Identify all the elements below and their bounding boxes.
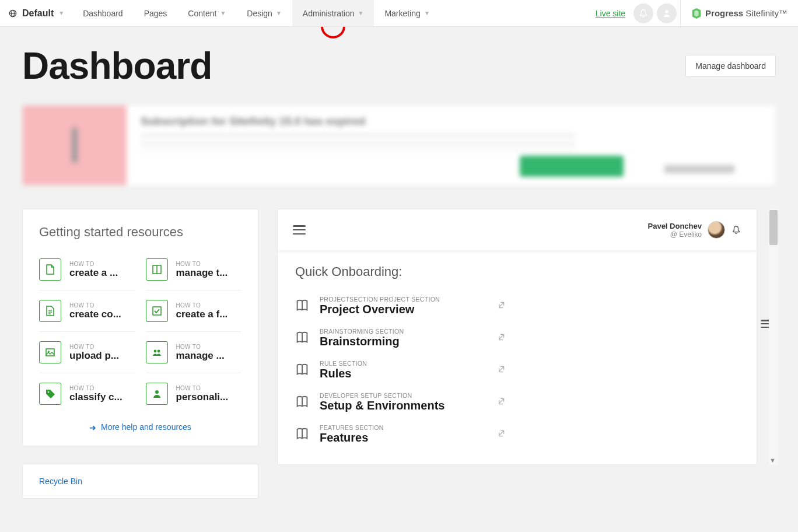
nav-design[interactable]: Design▼ — [236, 0, 292, 26]
resource-name: upload p... — [69, 350, 119, 362]
howto-label: HOW TO — [176, 261, 228, 267]
brand-text: Progress Sitefinity™ — [705, 8, 788, 18]
howto-label: HOW TO — [69, 261, 118, 267]
book-icon — [295, 298, 309, 314]
howto-label: HOW TO — [176, 302, 228, 309]
check-icon — [146, 300, 168, 322]
book-icon — [295, 394, 309, 411]
nav-pages[interactable]: Pages — [134, 0, 178, 26]
onboarding-item[interactable]: FEATURES SECTIONFeatures — [295, 418, 505, 450]
external-link-icon[interactable] — [497, 333, 505, 344]
page-title: Dashboard — [22, 44, 212, 88]
user-menu-button[interactable] — [657, 4, 677, 23]
site-label: Default — [22, 8, 54, 19]
ob-section-label: FEATURES SECTION — [320, 424, 487, 431]
ob-section-label: PROJECTSECTION PROJECT SECTION — [320, 296, 487, 303]
nav-marketing[interactable]: Marketing▼ — [374, 0, 440, 26]
getting-started-card: Getting started resources HOW TOcreate a… — [22, 209, 258, 446]
nav-administration[interactable]: Administration▼ — [292, 0, 374, 26]
howto-label: HOW TO — [69, 344, 119, 350]
resource-name: personali... — [176, 391, 229, 403]
resource-item[interactable]: HOW TOpersonali... — [146, 373, 242, 414]
nav-label: Design — [247, 9, 272, 18]
onboarding-item[interactable]: PROJECTSECTION PROJECT SECTIONProject Ov… — [295, 290, 505, 322]
user-name: Pavel Donchev — [648, 222, 702, 230]
scroll-down-icon[interactable]: ▼ — [769, 457, 776, 464]
external-link-icon[interactable] — [497, 397, 505, 408]
howto-label: HOW TO — [69, 385, 123, 391]
recycle-bin-card: Recycle Bin — [22, 464, 258, 499]
nav-dashboard[interactable]: Dashboard — [72, 0, 134, 26]
onboarding-user: Pavel Donchev @ Eveliko — [648, 221, 742, 239]
ob-section-label: BRAINSTORMING SECTION — [320, 328, 487, 335]
globe-icon — [8, 9, 18, 18]
chevron-down-icon: ▼ — [58, 10, 64, 16]
external-link-icon[interactable] — [497, 365, 505, 376]
ob-item-name: Features — [320, 431, 487, 444]
chevron-down-icon: ▼ — [220, 10, 226, 16]
doc-icon — [39, 300, 61, 322]
chevron-down-icon: ▼ — [424, 10, 430, 16]
external-link-icon[interactable] — [497, 301, 505, 312]
book-icon — [295, 426, 309, 443]
ob-item-name: Brainstorming — [320, 335, 487, 348]
topbar: Default ▼ DashboardPagesContent▼Design▼A… — [0, 0, 798, 27]
ob-section-label: RULE SECTION — [320, 360, 487, 367]
resource-item[interactable]: HOW TOcreate a ... — [39, 249, 135, 290]
bell-icon[interactable] — [731, 225, 741, 235]
image-icon — [39, 341, 61, 363]
onboarding-item[interactable]: BRAINSTORMING SECTIONBrainstorming — [295, 322, 505, 354]
resource-name: create a ... — [69, 267, 118, 279]
onboarding-panel: Pavel Donchev @ Eveliko Quick Onboarding… — [277, 209, 757, 465]
ob-item-name: Rules — [320, 367, 487, 380]
brand: Progress Sitefinity™ — [680, 0, 798, 26]
banner-action-button[interactable] — [520, 156, 624, 177]
subscription-banner: Subscription for Sitefinity 15.0 has exp… — [22, 105, 776, 186]
banner-icon — [23, 106, 127, 185]
chevron-down-icon: ▼ — [358, 10, 364, 16]
onboarding-menu-button[interactable] — [293, 225, 306, 235]
users-icon — [146, 341, 168, 363]
onboarding-item[interactable]: RULE SECTIONRules — [295, 354, 505, 386]
resource-item[interactable]: HOW TOcreate co... — [39, 290, 135, 332]
resource-name: create a f... — [176, 309, 228, 320]
user-org: @ Eveliko — [648, 230, 702, 239]
nav-label: Pages — [144, 9, 167, 18]
ob-section-label: DEVELOPER SETUP SECTION — [320, 392, 487, 399]
nav-content[interactable]: Content▼ — [177, 0, 236, 26]
layout-icon — [146, 258, 168, 281]
resource-name: manage t... — [176, 267, 228, 279]
external-link-icon[interactable] — [497, 429, 505, 440]
notifications-button[interactable] — [634, 4, 653, 23]
howto-label: HOW TO — [69, 302, 121, 309]
manage-dashboard-button[interactable]: Manage dashboard — [685, 55, 776, 77]
resource-item[interactable]: HOW TOmanage t... — [146, 249, 242, 290]
scrollbar-thumb[interactable] — [769, 210, 778, 245]
person-icon — [662, 8, 672, 19]
more-help-link[interactable]: ➜ More help and resources — [39, 414, 242, 434]
live-site-link[interactable]: Live site — [587, 0, 634, 26]
nav-label: Content — [188, 9, 216, 18]
chevron-down-icon: ▼ — [276, 10, 282, 16]
book-icon — [295, 362, 309, 379]
scrollbar-track[interactable] — [769, 209, 778, 465]
howto-label: HOW TO — [176, 385, 229, 391]
file-icon — [39, 258, 61, 281]
recycle-bin-link[interactable]: Recycle Bin — [39, 477, 82, 486]
onboarding-item[interactable]: DEVELOPER SETUP SECTIONSetup & Environme… — [295, 386, 505, 418]
resource-name: create co... — [69, 309, 121, 320]
resource-item[interactable]: HOW TOmanage ... — [146, 332, 242, 373]
banner-link[interactable] — [664, 165, 734, 173]
resource-item[interactable]: HOW TOclassify c... — [39, 373, 135, 414]
resource-item[interactable]: HOW TOupload p... — [39, 332, 135, 373]
site-selector[interactable]: Default ▼ — [0, 0, 72, 26]
getting-started-title: Getting started resources — [39, 225, 242, 240]
resource-item[interactable]: HOW TOcreate a f... — [146, 290, 242, 332]
banner-title: Subscription for Sitefinity 15.0 has exp… — [141, 115, 761, 128]
book-icon — [295, 330, 309, 346]
avatar[interactable] — [708, 221, 725, 239]
onboarding-title: Quick Onboarding: — [295, 264, 739, 279]
tag-icon — [39, 383, 61, 405]
ob-item-name: Project Overview — [320, 303, 487, 316]
banner-subtext — [141, 134, 575, 151]
